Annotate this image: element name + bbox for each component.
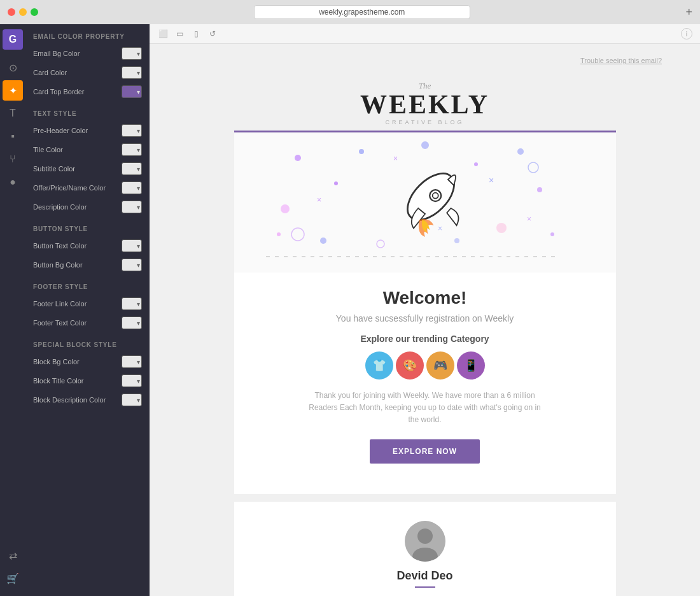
svg-point-12: [550, 232, 554, 236]
offer-price-color-label: Offer/Price/Name Color: [33, 184, 118, 192]
button-style-section-title: BUTTON STYLE: [25, 216, 150, 236]
footer-link-color-swatch[interactable]: ▾: [122, 297, 142, 310]
block-title-color-row: Block Title Color ▾: [25, 371, 150, 390]
info-icon[interactable]: i: [681, 28, 692, 39]
block-bg-color-row: Block Bg Color ▾: [25, 352, 150, 371]
footer-link-color-label: Footer Link Color: [33, 300, 118, 308]
add-tab-button[interactable]: +: [685, 6, 692, 19]
email-bg-color-swatch[interactable]: ▾: [122, 47, 142, 60]
subtitle-color-row: Subtitle Color ▾: [25, 159, 150, 178]
url-bar-container: weekly.grapestheme.com: [43, 5, 680, 19]
svg-point-3: [359, 149, 364, 154]
email-preview-area: Trouble seeing this email? The WEEKLY CR…: [150, 44, 700, 596]
welcome-subtitle: You have sucsessfully registration on We…: [260, 313, 591, 323]
pre-header-color-row: Pre-Header Color ▾: [25, 121, 150, 140]
svg-point-19: [528, 162, 538, 173]
browser-toolbar: ⬜ ▭ ▯ ↺ i: [150, 24, 700, 44]
card-color-swatch[interactable]: ▾: [122, 66, 142, 79]
undo-icon[interactable]: ↺: [207, 28, 218, 39]
card-top-border-label: Card Top Border: [33, 88, 118, 96]
card-description: Thank you for joining with Weekly. We ha…: [304, 390, 546, 427]
pre-header-color-swatch[interactable]: ▾: [122, 124, 142, 137]
card-color-row: Card Color ▾: [25, 63, 150, 82]
layers-icon[interactable]: ⊙: [3, 57, 23, 78]
button-text-color-label: Button Text Color: [33, 242, 118, 250]
description-color-swatch[interactable]: ▾: [122, 201, 142, 213]
email-color-section-title: EMAIL COLOR PROPERTY: [25, 24, 150, 44]
email-header: The WEEKLY CREATIVE BLOG: [234, 71, 616, 131]
button-bg-color-label: Button Bg Color: [33, 261, 118, 269]
offer-price-color-swatch[interactable]: ▾: [122, 181, 142, 194]
cart-icon[interactable]: 🛒: [3, 568, 23, 588]
app-logo[interactable]: G: [3, 29, 23, 50]
category-label: Explore our trending Category: [260, 334, 591, 344]
svg-point-0: [295, 155, 301, 161]
decoration-svg: × × × × ×: [234, 132, 591, 260]
svg-point-26: [417, 529, 433, 544]
icon-bar-top: G ⊙ ✦ T ▪ ⑂ ●: [3, 29, 23, 545]
svg-point-6: [517, 148, 524, 155]
icon-bar: G ⊙ ✦ T ▪ ⑂ ● ⇄ 🛒: [0, 24, 25, 596]
maximize-dot[interactable]: [31, 8, 38, 16]
record-icon[interactable]: ●: [3, 172, 23, 192]
minimize-dot[interactable]: [19, 8, 27, 16]
tile-color-row: Tile Color ▾: [25, 140, 150, 159]
close-dot[interactable]: [8, 8, 15, 16]
rocket-section: × × × × ×: [234, 132, 616, 273]
block-bg-color-swatch[interactable]: ▾: [122, 355, 142, 368]
svg-point-11: [454, 238, 459, 243]
box-icon[interactable]: ▪: [3, 126, 23, 146]
category-fashion: 👕: [365, 351, 393, 380]
footer-link-color-row: Footer Link Color ▾: [25, 294, 150, 313]
svg-text:×: ×: [317, 195, 321, 204]
svg-text:×: ×: [393, 154, 398, 163]
view-tablet-icon[interactable]: ▭: [174, 28, 185, 39]
email-card-1: × × × × ×: [234, 131, 616, 494]
logo-weekly: WEEKLY: [234, 91, 616, 118]
subtitle-color-label: Subtitle Color: [33, 165, 118, 173]
svg-point-18: [291, 228, 304, 241]
description-color-row: Description Color ▾: [25, 197, 150, 216]
icon-bar-bottom: ⇄ 🛒: [3, 545, 23, 596]
button-bg-color-row: Button Bg Color ▾: [25, 255, 150, 274]
footer-style-section-title: FOOTER STYLE: [25, 274, 150, 294]
url-input[interactable]: weekly.grapestheme.com: [254, 5, 470, 19]
block-title-color-label: Block Title Color: [33, 377, 118, 385]
svg-point-4: [421, 141, 429, 149]
category-tech: 📱: [457, 351, 485, 380]
svg-text:×: ×: [438, 224, 442, 233]
tile-color-swatch[interactable]: ▾: [122, 143, 142, 156]
svg-point-1: [334, 181, 338, 185]
trouble-link[interactable]: Trouble seeing this email?: [580, 57, 662, 64]
button-bg-color-swatch[interactable]: ▾: [122, 259, 142, 271]
card-top-border-swatch[interactable]: ▾: [122, 85, 142, 98]
view-mobile-icon[interactable]: ▯: [190, 28, 202, 39]
block-desc-color-swatch[interactable]: ▾: [122, 394, 142, 406]
explore-now-button[interactable]: EXPLORE NOW: [370, 439, 480, 464]
button-text-color-swatch[interactable]: ▾: [122, 239, 142, 252]
welcome-title: Welcome!: [260, 288, 591, 308]
offer-price-color-row: Offer/Price/Name Color ▾: [25, 178, 150, 197]
text-icon[interactable]: T: [3, 103, 23, 124]
app-body: G ⊙ ✦ T ▪ ⑂ ● ⇄ 🛒 EMAIL COLOR PROPERTY E…: [0, 24, 700, 596]
block-title-color-swatch[interactable]: ▾: [122, 374, 142, 387]
email-bg-color-label: Email Bg Color: [33, 50, 118, 57]
svg-point-20: [377, 240, 384, 248]
window-controls: [8, 8, 38, 16]
main-content: ⬜ ▭ ▯ ↺ i Trouble seeing this email? The…: [150, 24, 700, 596]
footer-text-color-label: Footer Text Color: [33, 319, 118, 327]
shuffle-icon[interactable]: ⇄: [3, 545, 23, 565]
category-art: 🎨: [396, 351, 424, 380]
subtitle-color-swatch[interactable]: ▾: [122, 162, 142, 175]
footer-text-color-swatch[interactable]: ▾: [122, 316, 142, 329]
button-text-color-row: Button Text Color ▾: [25, 236, 150, 255]
view-desktop-icon[interactable]: ⬜: [157, 28, 169, 39]
card-color-label: Card Color: [33, 69, 118, 76]
paint-icon[interactable]: ✦: [3, 80, 23, 101]
avatar-svg: [405, 521, 445, 562]
svg-point-8: [496, 223, 507, 233]
category-gaming: 🎮: [426, 351, 454, 380]
share-icon[interactable]: ⑂: [3, 149, 23, 169]
text-style-section-title: TEXT STYLE: [25, 101, 150, 121]
special-block-section-title: SPECIAL BLOCK STYLE: [25, 332, 150, 352]
